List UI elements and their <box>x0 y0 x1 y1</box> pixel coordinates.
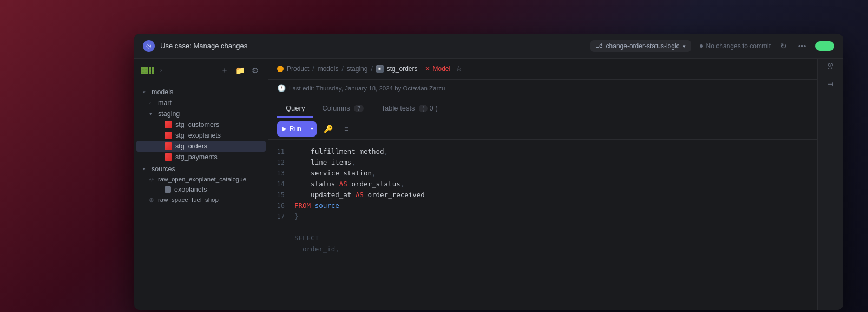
chevron-down-icon: ▾ <box>143 89 149 95</box>
raw-open-exoplanet-label: raw_open_exoplanet_catalogue <box>158 176 246 183</box>
code-editor[interactable]: 11 12 13 14 15 16 17 fulfillment_method,… <box>268 140 817 310</box>
stg-customers-label: stg_customers <box>175 121 219 128</box>
line-num-blank3 <box>268 244 290 255</box>
breadcrumb-file-icon: ■ <box>376 65 384 73</box>
product-dot <box>277 66 284 72</box>
app-title: Use case: Manage changes <box>160 42 590 50</box>
sidebar-item-stg-customers[interactable]: › stg_customers <box>136 119 266 130</box>
last-edit-text: Last edit: Thursday, January 18, 2024 by… <box>289 85 445 92</box>
breadcrumb-staging: staging <box>347 65 368 73</box>
line-num-blank2 <box>268 233 290 244</box>
models-label: models <box>152 88 173 96</box>
breadcrumb-sep-3: / <box>371 65 372 73</box>
line-num-13: 13 <box>268 168 290 179</box>
code-line-blank <box>294 222 817 233</box>
model-badge-label: Model <box>432 65 450 73</box>
right-panel-label-st: St <box>827 63 834 69</box>
breadcrumb-product: Product <box>287 65 309 73</box>
more-icon[interactable]: ••• <box>795 40 808 53</box>
breadcrumb-file: stg_orders <box>387 65 418 73</box>
tab-columns[interactable]: Columns 7 <box>313 100 372 118</box>
run-btn-main[interactable]: ▶ Run <box>277 121 307 136</box>
code-content[interactable]: fulfillment_method, line_items, service_… <box>290 140 817 310</box>
branch-name: change-order-status-logic <box>606 42 680 50</box>
model-file-icon <box>165 153 172 161</box>
branch-selector[interactable]: ⎇ change-order-status-logic ▾ <box>590 40 691 52</box>
sidebar-item-models[interactable]: ▾ models <box>136 87 266 98</box>
chevron-icon: ◎ <box>149 197 156 203</box>
last-edit-bar: 🕐 Last edit: Thursday, January 18, 2024 … <box>268 79 817 96</box>
editor-area: Product / models / staging / ■ stg_order… <box>268 58 817 310</box>
table-tests-count: 0 <box>430 104 433 112</box>
app-logo: ◎ <box>143 40 155 52</box>
breadcrumb-models: models <box>318 65 339 73</box>
sidebar-item-staging[interactable]: ▾ staging <box>136 108 266 119</box>
line-num-14: 14 <box>268 179 290 190</box>
tabs-bar: Query Columns 7 Table tests ( 0 ) <box>268 96 817 118</box>
clock-icon: 🕐 <box>277 84 286 92</box>
error-x-icon: ✕ <box>425 65 430 73</box>
code-line-12: line_items, <box>294 157 817 168</box>
right-panel-label-ti: Ti <box>827 82 834 88</box>
code-line-14: status AS order_status, <box>294 179 817 190</box>
tab-table-tests[interactable]: Table tests ( 0 ) <box>372 100 446 118</box>
columns-count-badge: 7 <box>354 105 364 112</box>
breadcrumb-sep-1: / <box>312 65 314 73</box>
grid-logo-icon <box>141 67 154 74</box>
toggle-switch[interactable] <box>815 41 834 51</box>
chevron-down-icon: ▾ <box>149 111 156 116</box>
sidebar-item-stg-payments[interactable]: › stg_payments <box>136 152 266 162</box>
key-icon[interactable]: 🔑 <box>321 122 335 136</box>
code-line-17: } <box>294 211 817 222</box>
settings-icon[interactable]: ⚙ <box>248 64 261 77</box>
staging-label: staging <box>158 110 180 118</box>
sidebar-item-raw-open-exoplanet[interactable]: ◎ raw_open_exoplanet_catalogue <box>136 174 266 184</box>
tab-query[interactable]: Query <box>277 100 313 118</box>
run-btn-dropdown[interactable]: ▾ <box>307 121 317 136</box>
no-changes-label: No changes to commit <box>706 42 771 50</box>
star-icon[interactable]: ☆ <box>456 64 462 73</box>
line-num-blank1 <box>268 222 290 233</box>
sidebar-item-sources[interactable]: ▾ sources <box>136 164 266 174</box>
line-num-16: 16 <box>268 200 290 211</box>
list-icon[interactable]: ≡ <box>339 122 353 136</box>
code-line-11: fulfillment_method, <box>294 146 817 157</box>
chevron-right-icon: › <box>149 100 156 106</box>
line-num-11: 11 <box>268 146 290 157</box>
sidebar-item-stg-orders[interactable]: › stg_orders <box>136 141 266 152</box>
header-toolbar-icons: ↻ ••• <box>777 40 808 53</box>
breadcrumb-sep-2: / <box>341 65 343 73</box>
sidebar-tree: ▾ models › mart ▾ staging <box>134 82 268 310</box>
add-folder-icon[interactable]: 📁 <box>233 64 246 77</box>
code-line-select: SELECT <box>294 233 817 244</box>
exoplanets-label: exoplanets <box>174 186 207 193</box>
sidebar-item-mart[interactable]: › mart <box>136 98 266 108</box>
mart-label: mart <box>158 99 172 107</box>
line-num-12: 12 <box>268 157 290 168</box>
run-button[interactable]: ▶ Run ▾ <box>277 121 317 136</box>
branch-chevron-icon: ▾ <box>683 43 686 49</box>
model-file-icon <box>165 121 172 128</box>
run-label: Run <box>290 125 301 133</box>
add-file-icon[interactable]: ＋ <box>218 64 231 77</box>
sidebar-item-stg-exoplanets[interactable]: › stg_exoplanets <box>136 130 266 141</box>
source-file-icon <box>165 186 171 193</box>
branch-icon: ⎇ <box>596 42 603 49</box>
code-line-16: FROM source <box>294 200 817 211</box>
sidebar-item-exoplanets[interactable]: › exoplanets <box>136 184 266 195</box>
sidebar-toolbar: › ＋ 📁 ⚙ <box>134 58 268 82</box>
no-changes-dot <box>700 44 703 48</box>
play-icon: ▶ <box>282 126 287 132</box>
line-num-17: 17 <box>268 211 290 222</box>
sidebar-action-buttons: ＋ 📁 ⚙ <box>218 64 261 77</box>
code-line-13: service_station, <box>294 168 817 179</box>
line-numbers: 11 12 13 14 15 16 17 <box>268 140 290 310</box>
breadcrumb-bar: Product / models / staging / ■ stg_order… <box>268 58 817 79</box>
title-bar: ◎ Use case: Manage changes ⎇ change-orde… <box>134 34 843 58</box>
sidebar-item-raw-space-fuel-shop[interactable]: ◎ raw_space_fuel_shop <box>136 195 266 205</box>
chevron-down-icon: ▾ <box>143 166 149 172</box>
chevron-icon: ◎ <box>149 177 156 182</box>
table-tests-count-badge: ( <box>419 105 428 112</box>
sidebar-chevron-icon: › <box>160 67 162 73</box>
refresh-icon[interactable]: ↻ <box>777 40 790 53</box>
